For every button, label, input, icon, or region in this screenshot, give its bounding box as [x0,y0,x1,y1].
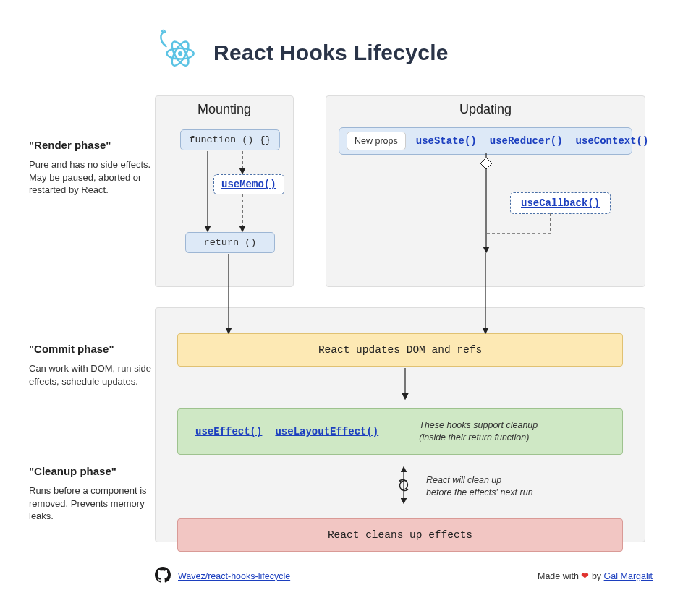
new-props-box: New props [347,132,406,150]
effects-cleanup-note: These hooks support cleanup (inside thei… [419,419,538,444]
page-title: React Hooks Lifecycle [213,40,449,65]
updating-panel: Updating New props useState() useReducer… [326,95,645,287]
mounting-panel: Mounting function () {} useMemo() return… [155,95,294,287]
render-phase-label: "Render phase" Pure and has no side effe… [29,139,159,197]
function-box: function () {} [180,129,280,150]
header: React Hooks Lifecycle [156,29,667,77]
react-updates-dom-bar: React updates DOM and refs [177,333,623,367]
react-logo-icon [156,29,200,77]
react-cleans-up-bar: React cleans up effects [177,518,623,552]
repo-link[interactable]: Wavez/react-hooks-lifecycle [178,571,290,581]
footer-credit: Made with ❤ by Gal Margalit [538,570,653,581]
updating-triggers-row: New props useState() useReducer() useCon… [339,127,632,155]
effects-bar: useEffect() useLayoutEffect() These hook… [177,408,623,455]
arrow-dom-to-effects [177,362,668,413]
updating-title: Updating [326,96,645,120]
usememo-hook[interactable]: useMemo() [213,174,284,194]
footer: Wavez/react-hooks-lifecycle Made with ❤ … [155,567,653,585]
usestate-hook[interactable]: useState() [416,135,477,147]
cycle-icon [394,465,413,508]
svg-marker-7 [480,158,492,169]
return-box: return () [185,232,275,253]
cycle-row: React will clean up before the effects' … [394,465,623,508]
heart-icon: ❤ [581,571,589,581]
svg-point-3 [178,51,182,56]
commit-phase-label: "Commit phase" Can work with DOM, run si… [29,343,159,388]
cycle-note: React will clean up before the effects' … [426,474,533,499]
useeffect-hook[interactable]: useEffect() [195,426,262,437]
usecallback-hook[interactable]: useCallback() [510,192,611,214]
cleanup-phase-label: "Cleanup phase" Runs before a component … [29,465,159,523]
footer-separator [155,557,653,557]
mounting-title: Mounting [156,96,293,120]
usecontext-hook[interactable]: useContext() [576,135,649,147]
usereducer-hook[interactable]: useReducer() [490,135,563,147]
commit-panel: React updates DOM and refs useEffect() u… [155,307,645,542]
uselayouteffect-hook[interactable]: useLayoutEffect() [275,426,378,437]
github-icon [155,567,171,585]
author-link[interactable]: Gal Margalit [604,571,653,581]
